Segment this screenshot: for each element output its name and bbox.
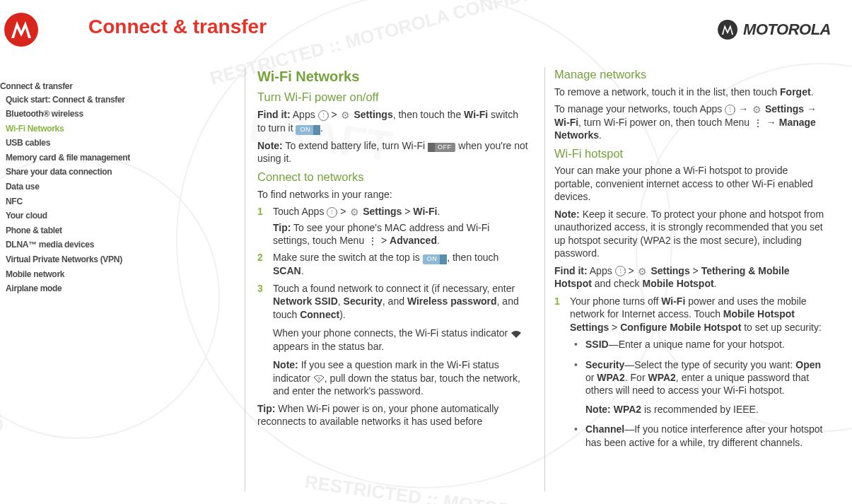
svg-point-7 <box>4 13 38 47</box>
svg-text:RESTRICTED :: MOTOROLA: RESTRICTED :: MOTOROLA <box>303 471 551 504</box>
gear-icon <box>637 266 648 277</box>
list-item: 1 Your phone turns off Wi-Fi power and u… <box>554 295 826 334</box>
sidebar-item[interactable]: Mobile network <box>0 267 233 282</box>
sidebar-item[interactable]: Airplane mode <box>0 282 233 297</box>
sidebar-item[interactable]: Phone & tablet <box>0 223 233 238</box>
section-heading: Wi-Fi Networks <box>257 67 529 86</box>
list-item: Channel—If you notice interference after… <box>570 423 826 449</box>
body-text: Note: Keep it secure. To protect your ph… <box>554 208 826 260</box>
svg-point-8 <box>718 20 737 40</box>
gear-icon <box>751 105 762 116</box>
sidebar-item[interactable]: Quick start: Connect & transfer <box>0 93 233 107</box>
body-text: To remove a network, touch it in the lis… <box>554 86 826 98</box>
sidebar-item[interactable]: Your cloud <box>0 209 233 224</box>
sidebar-item[interactable]: Wi-Fi Networks <box>0 122 233 136</box>
body-text: Find it: Apps > Settings > Tethering & M… <box>554 264 826 291</box>
sidebar-item[interactable]: USB cables <box>0 136 233 151</box>
list-item: SSID—Enter a unique name for your hotspo… <box>570 338 826 351</box>
sidebar-title: Connect & transfer <box>0 81 233 91</box>
menu-overflow-icon <box>752 117 764 129</box>
list-item: Security—Select the type of security you… <box>570 358 826 416</box>
brand-wordmark: MOTOROLA <box>718 20 831 40</box>
page-title: Connect & transfer <box>88 16 267 38</box>
motorola-logo-icon <box>4 13 38 47</box>
list-item: 2 Make sure the switch at the top is ON,… <box>257 251 529 277</box>
body-text: Note: To extend battery life, turn Wi-Fi… <box>257 139 529 165</box>
body-text: To manage your networks, touch Apps → Se… <box>554 102 826 141</box>
sidebar-item[interactable]: Share your data connection <box>0 165 233 180</box>
list-item: 1 Touch Apps > Settings > Wi-Fi. Tip: To… <box>257 205 529 247</box>
sidebar-item[interactable]: Bluetooth® wireless <box>0 107 233 122</box>
subsection-heading: Manage networks <box>554 67 826 83</box>
apps-icon <box>327 207 337 218</box>
body-text: Your can make your phone a Wi-Fi hotspot… <box>554 164 826 203</box>
gear-icon <box>340 110 351 121</box>
body-text: Find it: Apps > Settings, then touch the… <box>257 108 529 134</box>
list-item: 3 Touch a found network to connect it (i… <box>257 282 529 398</box>
subsection-heading: Wi-Fi hotspot <box>554 146 826 162</box>
sidebar-item[interactable]: DLNA™ media devices <box>0 238 233 253</box>
apps-icon <box>615 266 626 276</box>
svg-text:?: ? <box>317 377 320 382</box>
apps-icon <box>318 110 329 121</box>
wifi-status-icon <box>510 329 522 340</box>
motorola-m-icon <box>718 20 737 40</box>
switch-on-icon: ON <box>296 125 320 135</box>
switch-on-icon: ON <box>423 254 448 264</box>
body-text: To find networks in your range: <box>257 188 529 201</box>
menu-overflow-icon <box>367 235 378 247</box>
sidebar-nav: Connect & transfer Quick start: Connect … <box>0 81 233 296</box>
sidebar-item[interactable]: NFC <box>0 194 233 209</box>
sidebar-item[interactable]: Memory card & file management <box>0 151 233 165</box>
subsection-heading: Turn Wi-Fi power on/off <box>257 90 529 105</box>
gear-icon <box>349 206 360 218</box>
sidebar-item[interactable]: Virtual Private Networks (VPN) <box>0 253 233 268</box>
apps-icon <box>725 105 735 115</box>
column-1: Wi-Fi Networks Turn Wi-Fi power on/off F… <box>245 67 542 456</box>
column-2: Manage networks To remove a network, tou… <box>542 67 839 456</box>
sidebar-item[interactable]: Data use <box>0 180 233 195</box>
wifi-question-icon: ? <box>313 373 325 385</box>
switch-off-icon: OFF <box>428 143 456 153</box>
body-text: Tip: When Wi-Fi power is on, your phone … <box>257 402 529 428</box>
subsection-heading: Connect to networks <box>257 170 529 185</box>
